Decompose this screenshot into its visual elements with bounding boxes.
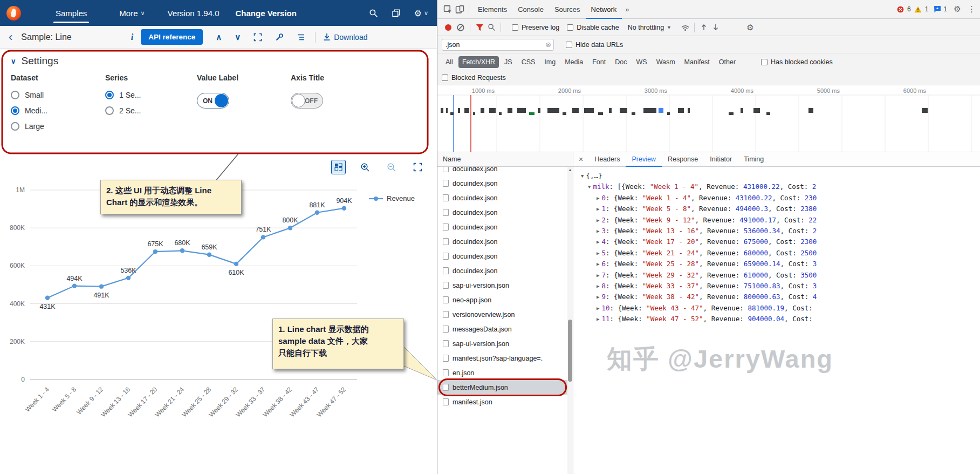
expander-icon[interactable]: ▶ xyxy=(597,316,599,322)
preview-line[interactable]: ▶2: {Week: "Week 9 - 12", Revenue: 49100… xyxy=(581,215,980,226)
preview-line[interactable]: ▶6: {Week: "Week 25 - 28", Revenue: 6590… xyxy=(581,259,980,269)
expander-icon[interactable]: ▶ xyxy=(597,250,599,256)
copy-pages-icon[interactable] xyxy=(392,8,401,18)
devtools-tab-elements[interactable]: Elements xyxy=(472,0,512,19)
expander-icon[interactable]: ▶ xyxy=(597,306,599,311)
expander-icon[interactable]: ▶ xyxy=(597,206,599,212)
fullscreen-icon[interactable] xyxy=(253,33,262,42)
type-filter-ws[interactable]: WS xyxy=(632,56,650,68)
expander-icon[interactable]: ▼ xyxy=(581,173,584,179)
preview-line[interactable]: ▶1: {Week: "Week 5 - 8", Revenue: 494000… xyxy=(581,204,980,214)
code-tools-icon[interactable] xyxy=(275,33,284,42)
download-button[interactable]: Download xyxy=(323,33,367,42)
record-button[interactable] xyxy=(445,24,451,31)
more-panels-icon[interactable]: » xyxy=(622,5,632,13)
preview-line[interactable]: ▶8: {Week: "Week 33 - 37", Revenue: 7510… xyxy=(581,281,980,292)
type-filter-media[interactable]: Media xyxy=(561,56,587,68)
zoom-out-icon[interactable] xyxy=(384,160,399,174)
detail-tab-preview[interactable]: Preview xyxy=(626,152,661,167)
network-overview[interactable]: 1000 ms2000 ms3000 ms4000 ms5000 ms6000 … xyxy=(437,85,980,152)
devtools-tab-network[interactable]: Network xyxy=(586,0,622,19)
radio-series-1[interactable]: 1 Se... xyxy=(105,91,197,99)
export-har-icon[interactable] xyxy=(710,22,722,33)
radio-dataset-large[interactable]: Large xyxy=(11,122,105,131)
name-column-header[interactable]: Name xyxy=(437,152,573,167)
request-row[interactable]: sap-ui-version.json xyxy=(437,336,567,351)
clear-filter-icon[interactable]: ⊗ xyxy=(545,40,551,49)
zoom-in-icon[interactable] xyxy=(358,160,372,174)
network-conditions-icon[interactable] xyxy=(679,22,691,33)
hide-data-urls-checkbox[interactable]: Hide data URLs xyxy=(566,41,623,49)
filter-input-box[interactable]: ⊗ xyxy=(442,39,554,51)
preview-line[interactable]: ▼milk: [{Week: "Week 1 - 4", Revenue: 43… xyxy=(581,181,980,192)
device-toolbar-icon[interactable] xyxy=(454,3,465,15)
settings-header[interactable]: ∨ Settings xyxy=(11,55,58,67)
scroll-up-arrow-icon[interactable]: ▲ xyxy=(567,168,573,172)
radio-dataset-small[interactable]: Small xyxy=(11,91,105,99)
change-version-link[interactable]: Change Version xyxy=(236,9,297,18)
request-row[interactable]: messagesData.json xyxy=(437,322,567,336)
request-list-scrollbar[interactable]: ▲ xyxy=(567,167,573,474)
devtools-tab-sources[interactable]: Sources xyxy=(549,0,586,19)
search-icon[interactable] xyxy=(369,8,379,18)
expander-icon[interactable]: ▶ xyxy=(597,239,599,245)
devtools-settings-gear-icon[interactable]: ⚙ xyxy=(951,3,963,15)
expander-icon[interactable]: ▼ xyxy=(588,184,591,189)
request-row[interactable]: betterMedium.json xyxy=(437,380,567,395)
value-label-toggle[interactable]: ON xyxy=(197,93,229,109)
preview-line[interactable]: ▶0: {Week: "Week 1 - 4", Revenue: 431000… xyxy=(581,193,980,204)
expander-icon[interactable]: ▶ xyxy=(597,228,599,234)
request-row[interactable]: docuindex.json xyxy=(437,249,567,263)
filter-input[interactable] xyxy=(446,41,545,49)
expander-icon[interactable]: ▶ xyxy=(597,218,599,223)
type-filter-font[interactable]: Font xyxy=(588,56,609,68)
close-details-icon[interactable]: × xyxy=(579,155,583,164)
request-row[interactable]: manifest.json?sap-language=. xyxy=(437,351,567,365)
previous-sample-icon[interactable]: ∧ xyxy=(216,32,222,42)
preview-line[interactable]: ▶9: {Week: "Week 38 - 42", Revenue: 8000… xyxy=(581,292,980,302)
type-filter-css[interactable]: CSS xyxy=(518,56,539,68)
import-har-icon[interactable] xyxy=(698,22,710,33)
next-sample-icon[interactable]: ∨ xyxy=(235,32,241,42)
api-reference-button[interactable]: API reference xyxy=(141,29,203,45)
axis-title-toggle[interactable]: OFF xyxy=(291,93,323,109)
network-settings-gear-icon[interactable]: ⚙ xyxy=(744,22,756,33)
type-filter-doc[interactable]: Doc xyxy=(611,56,631,68)
preserve-log-checkbox[interactable]: Preserve log xyxy=(512,24,559,31)
preview-line[interactable]: ▶11: {Week: "Week 47 - 52", Revenue: 904… xyxy=(581,314,980,324)
type-filter-other[interactable]: Other xyxy=(715,56,739,68)
expander-icon[interactable]: ▶ xyxy=(597,283,599,289)
network-search-icon[interactable] xyxy=(485,22,497,33)
issues-badge[interactable]: 1 xyxy=(934,5,947,13)
radio-dataset-medium[interactable]: Medi... xyxy=(11,106,105,115)
devtools-tab-console[interactable]: Console xyxy=(512,0,549,19)
preview-line[interactable]: ▶3: {Week: "Week 13 - 16", Revenue: 5360… xyxy=(581,226,980,236)
expander-icon[interactable]: ▶ xyxy=(597,261,599,267)
detail-tab-timing[interactable]: Timing xyxy=(738,152,770,167)
preview-line[interactable]: ▶10: {Week: "Week 43 - 47", Revenue: 881… xyxy=(581,303,980,314)
chart-fullscreen-icon[interactable] xyxy=(410,160,425,174)
detail-tab-response[interactable]: Response xyxy=(662,152,704,167)
expander-icon[interactable]: ▶ xyxy=(597,273,599,278)
preview-line[interactable]: ▶7: {Week: "Week 29 - 32", Revenue: 6100… xyxy=(581,270,980,281)
request-row[interactable]: docuindex.json xyxy=(437,205,567,220)
request-row[interactable]: neo-app.json xyxy=(437,293,567,307)
type-filter-js[interactable]: JS xyxy=(501,56,516,68)
expander-icon[interactable]: ▶ xyxy=(597,294,599,300)
settings-gear-icon[interactable]: ⚙∨ xyxy=(414,8,428,18)
request-row[interactable]: sap-ui-version.json xyxy=(437,278,567,293)
type-filter-manifest[interactable]: Manifest xyxy=(681,56,714,68)
info-icon[interactable]: i xyxy=(131,32,133,42)
kebab-menu-icon[interactable]: ⋮ xyxy=(968,4,976,14)
request-row[interactable]: versionoverview.json xyxy=(437,307,567,322)
more-menu[interactable]: More∨ xyxy=(119,9,145,18)
preview-line[interactable]: ▶5: {Week: "Week 21 - 24", Revenue: 6800… xyxy=(581,248,980,259)
legend-toggle-button[interactable] xyxy=(331,160,346,174)
expander-icon[interactable]: ▶ xyxy=(597,195,599,201)
scrollbar-thumb[interactable] xyxy=(568,320,572,382)
type-filter-fetchxhr[interactable]: Fetch/XHR xyxy=(458,56,499,68)
detail-tab-headers[interactable]: Headers xyxy=(588,152,626,167)
request-row[interactable]: docuindex.json xyxy=(437,167,567,176)
request-row[interactable]: docuindex.json xyxy=(437,191,567,205)
disable-cache-checkbox[interactable]: Disable cache xyxy=(567,24,619,31)
